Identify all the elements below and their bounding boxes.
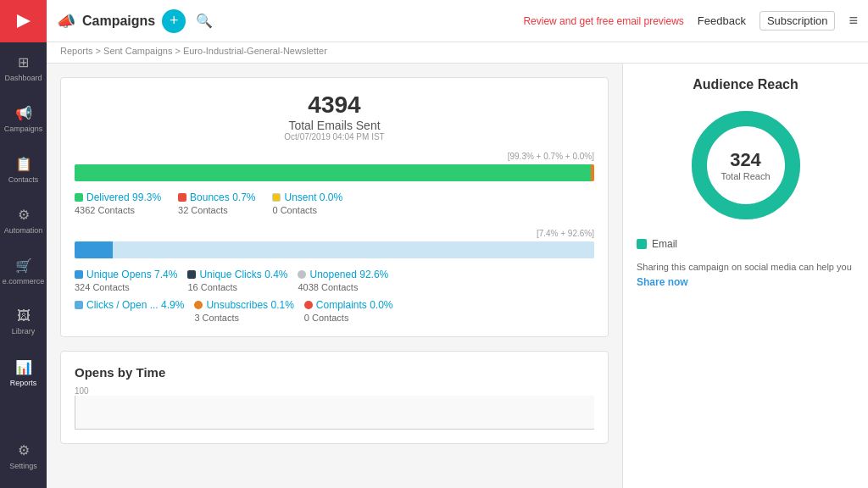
unsubscribes-link[interactable]: Unsubscribes 0.1%: [206, 299, 293, 311]
breadcrumb: Reports > Sent Campaigns > Euro-Industri…: [47, 42, 868, 64]
chart-y-label: 100: [75, 386, 594, 396]
bounces-metric: Bounces 0.7% 32 Contacts: [178, 191, 255, 215]
sidebar-item-automation[interactable]: ⚙ Automation: [0, 195, 47, 246]
stats-header: 4394 Total Emails Sent Oct/07/2019 04:04…: [75, 92, 594, 141]
unique-clicks-link[interactable]: Unique Clicks 0.4%: [199, 269, 287, 280]
unopened-link[interactable]: Unopened 92.6%: [309, 269, 388, 280]
opens-bar: [75, 241, 113, 258]
unopened-dot: [298, 270, 306, 279]
opens-by-time-title: Opens by Time: [75, 365, 594, 380]
engagement-metrics-2: Clicks / Open ... 4.9% Unsubscribes 0.1%…: [75, 299, 594, 323]
total-sent-label: Total Emails Sent: [75, 119, 594, 132]
clicks-open-metric: Clicks / Open ... 4.9%: [75, 299, 184, 323]
bounces-dot: [178, 193, 186, 202]
complaints-dot: [304, 301, 313, 309]
donut-center: 324 Total Reach: [721, 149, 770, 181]
total-sent-number: 4394: [75, 92, 594, 119]
automation-icon: ⚙: [18, 207, 30, 223]
sidebar: ⊞ Dashboard 📢 Campaigns 📋 Contacts ⚙ Aut…: [0, 0, 47, 488]
ecommerce-icon: 🛒: [15, 258, 32, 274]
search-icon: 🔍: [196, 13, 213, 29]
contacts-icon: 📋: [15, 156, 32, 172]
feedback-button[interactable]: Feedback: [698, 14, 746, 27]
opens-dot: [75, 270, 83, 279]
menu-button[interactable]: ≡: [849, 12, 858, 30]
total-reach-label: Total Reach: [721, 171, 770, 181]
sidebar-item-settings[interactable]: ⚙ Settings: [0, 430, 47, 481]
delivered-contacts: 4362 Contacts: [75, 205, 161, 215]
engagement-metrics: Unique Opens 7.4% 324 Contacts Unique Cl…: [75, 269, 594, 292]
bounces-bar: [591, 164, 594, 181]
sent-date: Oct/07/2019 04:04 PM IST: [75, 132, 594, 141]
sidebar-item-ecommerce[interactable]: 🛒 e.commerce: [0, 246, 47, 297]
main-content: 📣 Campaigns + 🔍 Review and get free emai…: [47, 0, 868, 488]
topbar: 📣 Campaigns + 🔍 Review and get free emai…: [47, 0, 868, 42]
unique-opens-contacts: 324 Contacts: [75, 282, 177, 292]
email-legend-item: Email: [637, 238, 854, 250]
donut-chart: 324 Total Reach: [687, 106, 805, 225]
app-logo-icon: 📣: [57, 12, 75, 30]
engagement-progress-bar: [75, 241, 594, 258]
settings-icon: ⚙: [18, 442, 30, 458]
app-title: Campaigns: [82, 14, 155, 29]
left-panel: 4394 Total Emails Sent Oct/07/2019 04:04…: [47, 64, 622, 488]
unsent-metric: Unsent 0.0% 0 Contacts: [272, 191, 342, 215]
unique-clicks-contacts: 16 Contacts: [187, 282, 287, 292]
dashboard-icon: ⊞: [18, 54, 29, 70]
add-campaign-button[interactable]: +: [162, 9, 186, 33]
unsent-contacts: 0 Contacts: [272, 205, 342, 215]
unsent-link[interactable]: Unsent 0.0%: [284, 191, 342, 203]
complaints-link[interactable]: Complaints 0.0%: [316, 299, 393, 311]
delivery-metrics: Delivered 99.3% 4362 Contacts Bounces 0.…: [75, 191, 594, 215]
sidebar-item-dashboard[interactable]: ⊞ Dashboard: [0, 42, 47, 93]
share-text: Sharing this campaign on social media ca…: [637, 260, 854, 290]
unopened-bar: [113, 241, 594, 258]
unsent-dot: [272, 193, 281, 202]
total-reach-number: 324: [721, 149, 770, 171]
clicks-open-link[interactable]: Clicks / Open ... 4.9%: [86, 299, 184, 311]
unsubscribes-metric: Unsubscribes 0.1% 3 Contacts: [194, 299, 293, 323]
delivered-dot: [75, 193, 83, 202]
bounces-link[interactable]: Bounces 0.7%: [190, 191, 255, 203]
subscription-button[interactable]: Subscription: [760, 11, 836, 30]
opens-chart-area: [75, 396, 594, 430]
bounces-contacts: 32 Contacts: [178, 205, 255, 215]
clicks-open-dot: [75, 301, 83, 309]
content-area: 4394 Total Emails Sent Oct/07/2019 04:04…: [47, 64, 868, 488]
topbar-right: Review and get free email previews Feedb…: [523, 11, 858, 30]
email-legend-dot: [637, 239, 647, 249]
share-now-button[interactable]: Share now: [637, 276, 688, 288]
sidebar-item-library[interactable]: 🖼 Library: [0, 297, 47, 347]
engagement-bar-hint: [7.4% + 92.6%]: [75, 229, 594, 238]
review-link[interactable]: Review and get free email previews: [523, 15, 683, 27]
delivered-link[interactable]: Delivered 99.3%: [86, 191, 161, 203]
sidebar-logo[interactable]: [0, 0, 47, 42]
search-button[interactable]: 🔍: [192, 9, 216, 33]
email-legend-label: Email: [652, 238, 677, 250]
delivery-progress-bar: [75, 164, 594, 181]
svg-marker-0: [17, 14, 31, 28]
unique-opens-link[interactable]: Unique Opens 7.4%: [86, 269, 177, 280]
unsubscribes-contacts: 3 Contacts: [194, 313, 293, 323]
opens-by-time-section: Opens by Time 100: [60, 351, 609, 444]
donut-chart-container: 324 Total Reach: [637, 106, 854, 225]
complaints-metric: Complaints 0.0% 0 Contacts: [304, 299, 393, 323]
unique-opens-metric: Unique Opens 7.4% 324 Contacts: [75, 269, 177, 292]
sidebar-item-campaigns[interactable]: 📢 Campaigns: [0, 93, 47, 144]
delivered-metric: Delivered 99.3% 4362 Contacts: [75, 191, 161, 215]
complaints-contacts: 0 Contacts: [304, 313, 393, 323]
sidebar-item-contacts[interactable]: 📋 Contacts: [0, 144, 47, 195]
unopened-metric: Unopened 92.6% 4038 Contacts: [298, 269, 388, 292]
unique-clicks-metric: Unique Clicks 0.4% 16 Contacts: [187, 269, 287, 292]
audience-reach-title: Audience Reach: [637, 77, 854, 92]
stats-card: 4394 Total Emails Sent Oct/07/2019 04:04…: [60, 77, 609, 337]
library-icon: 🖼: [17, 308, 31, 324]
reports-icon: 📊: [15, 359, 32, 375]
delivered-bar: [75, 164, 591, 181]
unsubscribes-dot: [194, 301, 203, 309]
unopened-contacts: 4038 Contacts: [298, 282, 388, 292]
sidebar-item-reports[interactable]: 📊 Reports: [0, 347, 47, 398]
right-panel: Audience Reach 324 Total Reach: [622, 64, 868, 488]
delivery-bar-hint: [99.3% + 0.7% + 0.0%]: [75, 152, 594, 161]
campaigns-icon: 📢: [15, 105, 32, 121]
